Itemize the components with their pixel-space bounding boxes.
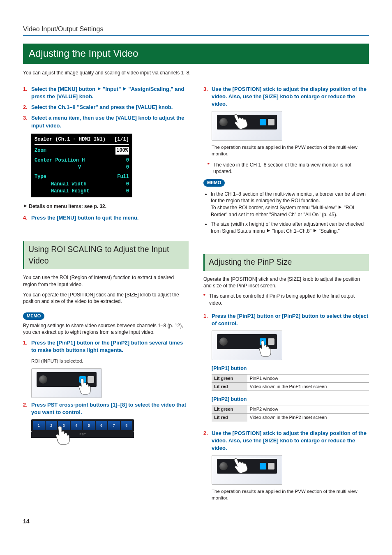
step-number: 1. bbox=[23, 339, 31, 354]
pst-button: 7 bbox=[108, 421, 120, 430]
table-cell: Lit red bbox=[212, 414, 247, 422]
para: You can use the ROI (Region of Interest)… bbox=[23, 274, 189, 288]
roi-step-3: 3. Use the [POSITION] stick to adjust th… bbox=[203, 86, 369, 108]
table-cell: Lit red bbox=[212, 383, 247, 391]
roi-step-2: 2. Press PST cross-point buttons [1]–[8]… bbox=[23, 401, 189, 416]
table-cell: Video shown in the PinP2 inset screen bbox=[247, 414, 369, 422]
section-title-pinp: Adjusting the PinP Size bbox=[203, 254, 369, 271]
step-text: Press the [MENU] button to quit the menu… bbox=[31, 214, 138, 222]
menu-label: Type bbox=[35, 173, 46, 180]
para: Operate the [POSITION] stick and the [SI… bbox=[203, 276, 369, 290]
hand-icon bbox=[256, 340, 271, 357]
illustration-position-size-2 bbox=[212, 455, 282, 485]
illustration-pst-buttons: 1 2 3 4 5 6 7 8 PST bbox=[31, 419, 134, 438]
step-sub: ROI (INPUT) is selected. bbox=[31, 358, 189, 364]
para: You can operate the [POSITION] stick and… bbox=[23, 291, 189, 305]
table-cell: Video shown in the PinP1 inset screen bbox=[247, 383, 369, 391]
section-title-roi: Using ROI SCALING to Adjust the Input Vi… bbox=[23, 241, 189, 269]
arrow-icon bbox=[123, 87, 126, 90]
hand-icon bbox=[52, 425, 70, 446]
intro-text: You can adjust the image quality and sca… bbox=[23, 69, 369, 76]
arrow-icon bbox=[267, 229, 270, 232]
table-cell: Lit green bbox=[212, 374, 247, 382]
illustration-position-size bbox=[212, 111, 282, 141]
table-pinp2: Lit greenPinP2 window Lit redVideo shown… bbox=[212, 405, 369, 422]
table-cell: PinP1 window bbox=[247, 374, 369, 382]
arrow-icon bbox=[98, 87, 101, 90]
star-note: * This cannot be controlled if PinP is b… bbox=[203, 293, 369, 307]
pinp-step-1: 1. Press the [PinP1] button or [PinP2] b… bbox=[203, 312, 369, 327]
illustration-pinp-select bbox=[212, 331, 282, 360]
page-number: 14 bbox=[23, 518, 369, 526]
step-number: 2. bbox=[23, 401, 31, 416]
table-cell: PinP2 window bbox=[247, 405, 369, 413]
menu-value: 0 bbox=[126, 164, 129, 171]
table-title-pinp2: [PinP2] button bbox=[212, 396, 369, 403]
menu-label: Manual Width bbox=[35, 181, 86, 188]
step-1: 1. Select the [MENU] button "Input" "Ass… bbox=[23, 86, 189, 100]
step-text: Use the [POSITION] stick to adjust the d… bbox=[212, 430, 369, 452]
roi-step-1: 1. Press the [PinP1] button or the [PinP… bbox=[23, 339, 189, 354]
menu-value: 100% bbox=[115, 147, 129, 154]
table-pinp1: Lit greenPinP1 window Lit redVideo shown… bbox=[212, 374, 369, 391]
result-note: The operation results are applied in the… bbox=[212, 488, 369, 501]
step-number: 2. bbox=[23, 104, 31, 111]
divider bbox=[23, 35, 369, 36]
menu-value: 0 bbox=[126, 188, 129, 195]
page-title: Adjusting the Input Video bbox=[23, 44, 369, 64]
step-number: 3. bbox=[203, 86, 212, 108]
step-number: 4. bbox=[23, 214, 31, 222]
arrow-icon bbox=[24, 204, 27, 208]
step-text: Select the Ch.1–8 "Scaler" and press the… bbox=[31, 104, 173, 111]
table-title-pinp1: [PinP1] button bbox=[212, 365, 369, 372]
hand-icon bbox=[75, 378, 91, 395]
table-cell: Lit green bbox=[212, 405, 247, 413]
menu-value: Full bbox=[117, 173, 129, 180]
result-note: The operation results are applied in the… bbox=[212, 144, 369, 157]
menu-label: Zoom bbox=[35, 147, 46, 154]
menu-label: Manual Height bbox=[35, 188, 90, 195]
memo-text: By making settings to share video source… bbox=[23, 322, 189, 336]
details-link: Details on menu items: see p. 32. bbox=[23, 203, 189, 210]
step-text: Press the [PinP1] button or the [PinP2] … bbox=[31, 339, 189, 354]
arrow-icon bbox=[339, 206, 341, 209]
step-number: 1. bbox=[23, 86, 31, 100]
memo-badge: MEMO bbox=[203, 179, 225, 186]
menu-page: [1/1] bbox=[114, 136, 129, 143]
pinp-step-2: 2. Use the [POSITION] stick to adjust th… bbox=[203, 430, 369, 452]
step-3: 3. Select a menu item, then use the [VAL… bbox=[23, 114, 189, 129]
step-number: 3. bbox=[23, 114, 31, 129]
menu-label: V bbox=[35, 164, 81, 171]
step-text: Select the [MENU] button "Input" "Assign… bbox=[31, 86, 189, 100]
step-text: Select a menu item, then use the [VALUE]… bbox=[31, 114, 189, 129]
illustration-pinp-panel bbox=[31, 368, 102, 398]
menu-label: Center Position H bbox=[35, 157, 85, 164]
pst-button: 1 bbox=[33, 421, 45, 430]
step-text: Press the [PinP1] button or [PinP2] butt… bbox=[212, 312, 369, 327]
star-note: * The video in the CH 1–8 section of the… bbox=[208, 162, 369, 176]
memo-badge: MEMO bbox=[23, 312, 44, 319]
pst-button: 6 bbox=[96, 421, 108, 430]
arrow-icon bbox=[314, 229, 316, 232]
memo-list: In the CH 1–8 section of the multi-view … bbox=[203, 191, 369, 235]
step-4: 4. Press the [MENU] button to quit the m… bbox=[23, 214, 189, 222]
pst-button: 8 bbox=[121, 421, 133, 430]
pst-label: PST bbox=[31, 432, 134, 438]
breadcrumb: Video Input/Output Settings bbox=[23, 25, 369, 34]
menu-value: 0 bbox=[126, 157, 129, 164]
step-number: 2. bbox=[203, 430, 212, 452]
step-text: Press PST cross-point buttons [1]–[8] to… bbox=[31, 401, 189, 416]
step-text: Use the [POSITION] stick to adjust the d… bbox=[212, 86, 369, 108]
menu-value: 0 bbox=[126, 181, 129, 188]
pst-button: 5 bbox=[83, 421, 95, 430]
pst-button: 4 bbox=[71, 421, 83, 430]
menu-title: Scaler (Ch.1 - HDMI IN1) bbox=[35, 136, 106, 143]
step-number: 1. bbox=[203, 312, 212, 327]
step-2: 2. Select the Ch.1–8 "Scaler" and press … bbox=[23, 104, 189, 111]
menu-screenshot: Scaler (Ch.1 - HDMI IN1) [1/1] Zoom 100%… bbox=[31, 134, 132, 198]
